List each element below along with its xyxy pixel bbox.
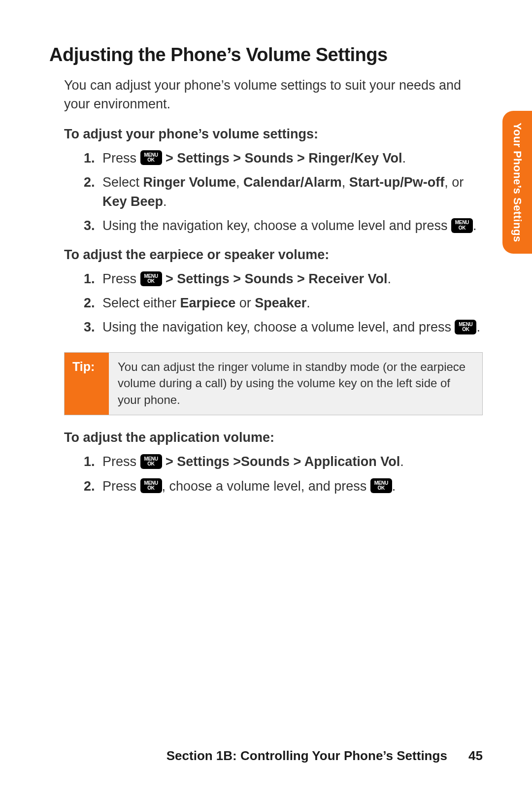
footer-page-number: 45 — [468, 748, 483, 763]
menu-ok-key-icon: MENUOK — [370, 478, 392, 493]
menu-ok-key-icon: MENUOK — [140, 271, 162, 286]
footer-section: Section 1B: Controlling Your Phone’s Set… — [166, 748, 447, 763]
intro-text: You can adjust your phone’s volume setti… — [64, 76, 483, 114]
section3-steps: Press MENUOK > Settings >Sounds > Applic… — [79, 452, 483, 496]
section3-step1: Press MENUOK > Settings >Sounds > Applic… — [99, 452, 483, 471]
page-footer: Section 1B: Controlling Your Phone’s Set… — [49, 748, 483, 764]
section1-step3: Using the navigation key, choose a volum… — [99, 216, 483, 235]
menu-ok-key-icon: MENUOK — [140, 478, 162, 493]
section1-steps: Press MENUOK > Settings > Sounds > Ringe… — [79, 149, 483, 236]
section2-steps: Press MENUOK > Settings > Sounds > Recei… — [79, 269, 483, 337]
menu-ok-key-icon: MENUOK — [140, 454, 162, 469]
tip-box: Tip: You can adjust the ringer volume in… — [64, 352, 483, 416]
menu-ok-key-icon: MENUOK — [140, 150, 162, 165]
section1-heading: To adjust your phone’s volume settings: — [64, 127, 483, 142]
menu-ok-key-icon: MENUOK — [451, 218, 473, 233]
section3-step2: Press MENUOK, choose a volume level, and… — [99, 477, 483, 496]
tip-label: Tip: — [65, 353, 109, 415]
manual-page: Your Phone’s Settings Adjusting the Phon… — [0, 0, 532, 798]
section2-step1: Press MENUOK > Settings > Sounds > Recei… — [99, 269, 483, 289]
side-tab: Your Phone’s Settings — [502, 111, 532, 254]
section2-step3: Using the navigation key, choose a volum… — [99, 318, 483, 337]
tip-text: You can adjust the ringer volume in stan… — [109, 353, 482, 415]
page-title: Adjusting the Phone’s Volume Settings — [49, 44, 483, 66]
section1-step1: Press MENUOK > Settings > Sounds > Ringe… — [99, 149, 483, 168]
section2-heading: To adjust the earpiece or speaker volume… — [64, 247, 483, 263]
section1-step2: Select Ringer Volume, Calendar/Alarm, St… — [99, 173, 483, 211]
side-tab-label: Your Phone’s Settings — [511, 123, 524, 242]
section2-step2: Select either Earpiece or Speaker. — [99, 294, 483, 313]
section3-heading: To adjust the application volume: — [64, 430, 483, 445]
menu-ok-key-icon: MENUOK — [455, 320, 476, 334]
